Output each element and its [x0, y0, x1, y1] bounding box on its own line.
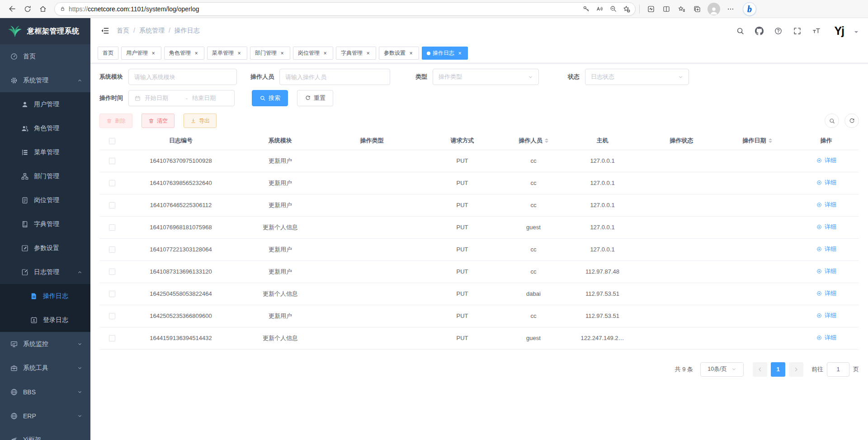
goto-page-input[interactable] — [827, 362, 849, 377]
sort-icon[interactable] — [545, 137, 548, 145]
monitor-icon — [10, 340, 18, 348]
view-tab[interactable]: 菜单管理 — [207, 47, 247, 60]
breadcrumb-item[interactable]: 操作日志 — [175, 27, 200, 35]
add-favorite-icon[interactable] — [620, 3, 633, 15]
close-icon[interactable] — [322, 50, 328, 57]
help-icon[interactable] — [774, 27, 783, 35]
prev-page-button[interactable] — [753, 362, 767, 377]
read-aloud-icon[interactable] — [593, 3, 606, 15]
github-icon[interactable] — [755, 27, 764, 35]
sort-icon[interactable] — [769, 137, 772, 145]
delete-button[interactable]: 删除 — [99, 114, 132, 128]
sidebar-item[interactable]: 参数设置 — [0, 236, 90, 260]
view-tab[interactable]: 首页 — [98, 47, 118, 60]
lock-icon[interactable] — [59, 5, 66, 12]
page-size-select[interactable]: 10条/页 — [700, 362, 744, 377]
row-checkbox[interactable] — [109, 224, 115, 231]
row-checkbox[interactable] — [109, 158, 115, 164]
detail-link[interactable]: 详细 — [816, 267, 836, 275]
close-icon[interactable] — [279, 50, 285, 57]
view-tab[interactable]: 操作日志 — [422, 47, 468, 60]
detail-link[interactable]: 详细 — [816, 334, 836, 342]
address-bar[interactable]: https://ccnetcore.com:1101/system/log/op… — [54, 2, 636, 16]
sidebar-fold-icon[interactable] — [100, 26, 109, 35]
status-select[interactable]: 日志状态 — [585, 69, 689, 85]
copilot-bing-icon[interactable] — [743, 2, 756, 16]
detail-link[interactable]: 详细 — [816, 179, 836, 187]
view-tab[interactable]: 用户管理 — [121, 47, 161, 60]
sidebar-item[interactable]: ERP — [0, 404, 90, 428]
close-icon[interactable] — [193, 50, 199, 57]
caret-down-icon[interactable] — [854, 31, 858, 35]
close-icon[interactable] — [150, 50, 156, 57]
refresh-table-icon[interactable] — [844, 114, 859, 128]
detail-link[interactable]: 详细 — [816, 289, 836, 298]
back-icon[interactable] — [5, 1, 20, 17]
more-icon[interactable] — [723, 1, 738, 17]
detail-link[interactable]: 详细 — [816, 245, 836, 253]
reset-button[interactable]: 重置 — [297, 90, 333, 106]
sidebar-item[interactable]: 用户管理 — [0, 92, 90, 116]
sidebar-item[interactable]: BBS — [0, 380, 90, 404]
row-checkbox[interactable] — [109, 202, 115, 208]
next-page-button[interactable] — [789, 362, 803, 377]
sidebar-item[interactable]: 系统工具 — [0, 356, 90, 380]
breadcrumb-item[interactable]: 首页 — [117, 27, 139, 35]
sidebar-item[interactable]: 部门管理 — [0, 164, 90, 188]
detail-link[interactable]: 详细 — [816, 223, 836, 231]
sidebar-item[interactable]: 岗位管理 — [0, 188, 90, 212]
date-range-picker[interactable]: 开始日期 - 结束日期 — [128, 90, 235, 106]
view-tab[interactable]: 参数设置 — [379, 47, 419, 60]
search-button[interactable]: 搜索 — [252, 90, 288, 106]
sidebar-item[interactable]: 系统管理 — [0, 68, 90, 92]
split-screen-icon[interactable] — [659, 1, 674, 17]
close-icon[interactable] — [365, 50, 371, 57]
search-icon[interactable] — [736, 27, 745, 35]
sidebar-item[interactable]: 登录日志 — [0, 308, 90, 332]
page-number-1[interactable]: 1 — [771, 362, 785, 377]
sidebar-item[interactable]: 菜单管理 — [0, 140, 90, 164]
sidebar-item[interactable]: 首页 — [0, 44, 90, 68]
close-icon[interactable] — [236, 50, 242, 57]
sidebar-item[interactable]: 字典管理 — [0, 212, 90, 236]
sidebar-item[interactable]: 角色管理 — [0, 116, 90, 140]
detail-link[interactable]: 详细 — [816, 156, 836, 165]
row-checkbox[interactable] — [109, 246, 115, 253]
home-icon[interactable] — [35, 1, 51, 17]
export-button[interactable]: 导出 — [184, 114, 217, 128]
refresh-icon[interactable] — [20, 1, 35, 17]
collections-icon[interactable] — [689, 1, 705, 17]
view-tab[interactable]: 岗位管理 — [293, 47, 333, 60]
view-tab[interactable]: 角色管理 — [164, 47, 204, 60]
zoom-out-icon[interactable] — [606, 3, 620, 15]
browser-essentials-icon[interactable] — [643, 1, 659, 17]
detail-link[interactable]: 详细 — [816, 201, 836, 209]
password-key-icon[interactable] — [579, 3, 593, 15]
user-logo-avatar[interactable]: Yj — [834, 24, 844, 38]
row-checkbox[interactable] — [109, 180, 115, 186]
sidebar-item[interactable]: 日志管理 — [0, 260, 90, 284]
row-checkbox[interactable] — [109, 291, 115, 297]
clear-button[interactable]: 清空 — [142, 114, 175, 128]
sidebar-item[interactable]: 系统监控 — [0, 332, 90, 356]
fullscreen-icon[interactable] — [793, 27, 802, 35]
select-all-checkbox[interactable] — [109, 138, 115, 144]
sidebar-item[interactable]: 操作日志 — [0, 284, 90, 308]
font-size-icon[interactable] — [812, 26, 821, 35]
show-search-icon[interactable] — [825, 114, 839, 128]
sidebar-item[interactable]: Yi框架 — [0, 428, 90, 440]
close-icon[interactable] — [408, 50, 414, 57]
operator-input[interactable] — [285, 74, 384, 80]
close-icon[interactable] — [457, 50, 463, 57]
type-select[interactable]: 操作类型 — [433, 69, 539, 85]
row-checkbox[interactable] — [109, 335, 115, 341]
view-tab[interactable]: 字典管理 — [336, 47, 376, 60]
view-tab[interactable]: 部门管理 — [250, 47, 290, 60]
profile-avatar[interactable] — [708, 3, 720, 15]
detail-link[interactable]: 详细 — [816, 312, 836, 320]
breadcrumb-item[interactable]: 系统管理 — [139, 27, 175, 35]
row-checkbox[interactable] — [109, 313, 115, 319]
favorites-icon[interactable] — [674, 1, 689, 17]
row-checkbox[interactable] — [109, 269, 115, 275]
module-input[interactable] — [134, 74, 231, 80]
